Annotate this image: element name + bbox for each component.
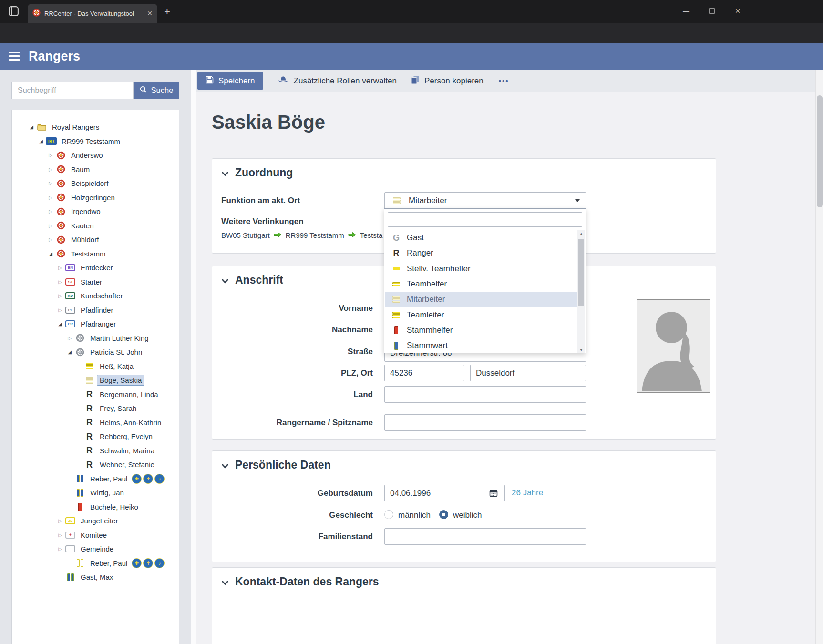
- tree-item-label[interactable]: Mühldorf: [68, 234, 102, 245]
- scroll-thumb[interactable]: [578, 239, 584, 306]
- tree-item[interactable]: Büchele, Heiko: [12, 500, 179, 514]
- tree-item-label[interactable]: Martin Luther King: [87, 333, 152, 344]
- tree-item-label[interactable]: Heß, Katja: [97, 361, 136, 372]
- tab-close-icon[interactable]: ✕: [147, 10, 153, 17]
- window-maximize-icon[interactable]: [707, 6, 717, 16]
- dropdown-option[interactable]: GGast: [385, 230, 578, 245]
- tree-item-label[interactable]: JungeLeiter: [78, 515, 121, 526]
- expand-caret-icon[interactable]: ▷: [46, 153, 55, 158]
- section-zuordnung-header[interactable]: Zuordnung: [221, 166, 293, 179]
- expand-caret-icon[interactable]: ▷: [46, 195, 55, 200]
- dropdown-option[interactable]: Teamleiter: [385, 307, 578, 322]
- tree-item[interactable]: ▷STStarter: [12, 275, 179, 289]
- page-scrollbar[interactable]: [815, 70, 823, 644]
- scroll-down-icon[interactable]: ▼: [577, 347, 585, 353]
- section-kontakt-header[interactable]: Kontakt-Daten des Rangers: [221, 575, 379, 588]
- plz-field[interactable]: [384, 365, 464, 381]
- calendar-icon[interactable]: [489, 489, 498, 499]
- tree-item-label[interactable]: Teststamm: [68, 248, 109, 259]
- browser-tab[interactable]: RRCenter - Das Verwaltungstool ✕: [28, 4, 157, 23]
- tree-item-label[interactable]: Baum: [68, 164, 93, 175]
- dropdown-option[interactable]: Stellv. Teamhelfer: [385, 261, 578, 276]
- tree-item[interactable]: ▷Martin Luther King: [12, 331, 179, 346]
- tree-item[interactable]: ▷✝Komitee: [12, 528, 179, 542]
- scroll-up-icon[interactable]: ▲: [577, 230, 585, 237]
- save-button[interactable]: Speichern: [197, 72, 263, 90]
- tree-item[interactable]: ▷Mühldorf: [12, 233, 179, 247]
- tree-item-label[interactable]: Bergemann, Linda: [97, 389, 161, 400]
- collapse-caret-icon[interactable]: ◢: [65, 349, 74, 355]
- tree-item[interactable]: ◢Patricia St. John: [12, 345, 179, 359]
- tree-item-label[interactable]: Wirtig, Jan: [87, 487, 127, 498]
- tree-item-label[interactable]: Irgendwo: [68, 206, 103, 217]
- radio-weiblich[interactable]: [439, 510, 448, 519]
- tree-item[interactable]: RBergemann, Linda: [12, 388, 179, 402]
- menu-hamburger-icon[interactable]: [9, 52, 20, 61]
- tree-item-label[interactable]: Büchele, Heiko: [87, 501, 141, 512]
- tree-item-label[interactable]: Pfadfinder: [78, 305, 116, 316]
- funktion-select[interactable]: Mitarbeiter: [384, 192, 586, 209]
- expand-caret-icon[interactable]: ▷: [65, 336, 74, 341]
- tree-item-label[interactable]: Pfadranger: [78, 318, 119, 329]
- tree-item[interactable]: Reber, Paul✚✝♪: [12, 472, 179, 486]
- expand-caret-icon[interactable]: ▷: [46, 237, 55, 242]
- tree-item[interactable]: Reber, Paul✚✝♪: [12, 556, 179, 571]
- dropdown-option[interactable]: Mitarbeiter: [385, 292, 578, 307]
- collapse-caret-icon[interactable]: ◢: [37, 139, 45, 144]
- tree-item-label[interactable]: Starter: [78, 276, 105, 287]
- copy-person-button[interactable]: Person kopieren: [411, 75, 484, 87]
- maennlich-label[interactable]: männlich: [398, 511, 431, 520]
- collapse-caret-icon[interactable]: ◢: [46, 251, 55, 256]
- workspaces-icon[interactable]: [8, 5, 20, 19]
- tree-item[interactable]: ◢Teststamm: [12, 247, 179, 261]
- tree-item-label[interactable]: Frey, Sarah: [97, 403, 139, 414]
- tree-item-label[interactable]: Gast, Max: [78, 572, 116, 583]
- expand-caret-icon[interactable]: ▷: [56, 532, 64, 538]
- tree-item-label[interactable]: Patricia St. John: [87, 347, 145, 358]
- tree-item[interactable]: ▷--Gemeinde: [12, 542, 179, 556]
- tree-item-label[interactable]: Helms, Ann-Kathrin: [97, 417, 164, 428]
- tree-item[interactable]: ◢RRRR999 Teststamm: [12, 134, 179, 149]
- collapse-caret-icon[interactable]: ◢: [27, 124, 36, 130]
- tree-item-label[interactable]: Gemeinde: [78, 543, 116, 554]
- search-button[interactable]: Suche: [134, 82, 179, 99]
- tree-item[interactable]: ▷Kaoten: [12, 219, 179, 233]
- expand-caret-icon[interactable]: ▷: [46, 181, 55, 186]
- tree-item-label[interactable]: RR999 Teststamm: [59, 136, 123, 147]
- dropdown-option[interactable]: Stammhelfer: [385, 323, 578, 338]
- search-input[interactable]: [11, 82, 134, 99]
- tree-item[interactable]: ◢Royal Rangers: [12, 120, 179, 134]
- tree-item[interactable]: ▷PFPfadfinder: [12, 303, 179, 317]
- expand-caret-icon[interactable]: ▷: [56, 518, 64, 523]
- tree-item[interactable]: RWehner, Stefanie: [12, 458, 179, 472]
- tree-item[interactable]: Gast, Max: [12, 570, 179, 584]
- expand-caret-icon[interactable]: ▷: [46, 223, 55, 228]
- window-close-icon[interactable]: ✕: [732, 6, 743, 16]
- tree-item[interactable]: RHelms, Ann-Kathrin: [12, 416, 179, 430]
- geburtsdatum-field[interactable]: [384, 485, 505, 501]
- tree-item[interactable]: ◢PRPfadranger: [12, 317, 179, 331]
- dropdown-option[interactable]: RRanger: [385, 245, 578, 261]
- tree-item[interactable]: ▷Irgendwo: [12, 204, 179, 219]
- familienstand-field[interactable]: [384, 528, 586, 545]
- tree-item[interactable]: ▷ENEntdecker: [12, 261, 179, 275]
- manage-roles-button[interactable]: Zusätzliche Rollen verwalten: [278, 76, 397, 86]
- radio-maennlich[interactable]: [384, 510, 393, 519]
- tree-item[interactable]: Heß, Katja: [12, 359, 179, 374]
- tree-item-label[interactable]: Wehner, Stefanie: [97, 459, 157, 470]
- tree-item[interactable]: RRehberg, Evelyn: [12, 429, 179, 444]
- tree-item[interactable]: ▷Beispieldorf: [12, 176, 179, 191]
- expand-caret-icon[interactable]: ▷: [46, 167, 55, 172]
- tree-item[interactable]: RFrey, Sarah: [12, 401, 179, 416]
- dropdown-filter-input[interactable]: [388, 212, 582, 227]
- tree-item[interactable]: ▷KDKundschafter: [12, 289, 179, 303]
- section-anschrift-header[interactable]: Anschrift: [221, 274, 283, 286]
- weiblich-label[interactable]: weiblich: [453, 511, 482, 520]
- dropdown-option[interactable]: Stammwart: [385, 338, 578, 353]
- tree-item-label[interactable]: Kundschafter: [78, 290, 125, 301]
- tree-item[interactable]: ▷Holzgerlingen: [12, 191, 179, 205]
- ort-field[interactable]: [470, 365, 586, 381]
- expand-caret-icon[interactable]: ▷: [56, 307, 64, 313]
- tree-item[interactable]: RSchwalm, Marina: [12, 444, 179, 458]
- dropdown-scrollbar[interactable]: ▲ ▼: [577, 230, 585, 353]
